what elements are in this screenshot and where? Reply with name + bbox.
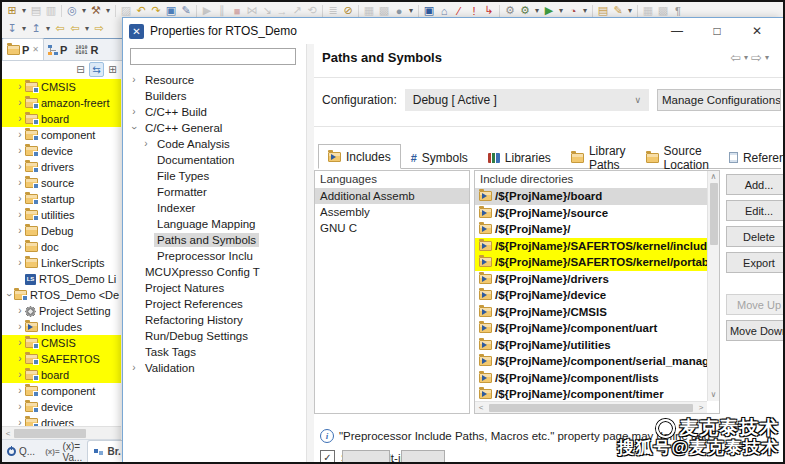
annotate-pencil-icon[interactable]: ✎ bbox=[611, 3, 625, 18]
debug-config-gear-icon[interactable]: ⚙ bbox=[503, 3, 517, 18]
include-directory-row[interactable]: /${ProjName}/SAFERTOS/kernel/include bbox=[475, 238, 707, 255]
tree-item[interactable]: ›CMSIS bbox=[2, 79, 121, 95]
dropdown-icon[interactable]: ▾ bbox=[20, 3, 28, 18]
tab-registers[interactable]: 10100101R bbox=[71, 39, 102, 60]
terminate-icon[interactable]: ■ bbox=[230, 3, 244, 18]
tree-item[interactable]: ›C/C++ General bbox=[125, 120, 306, 136]
new-file-icon[interactable]: ▨ bbox=[119, 3, 133, 18]
explorer-hscrollbar[interactable]: < bbox=[2, 426, 121, 440]
build-hammer-icon[interactable]: ⚒ bbox=[89, 3, 103, 18]
tree-item[interactable]: ›component bbox=[2, 127, 121, 143]
profile-icon[interactable]: ◔ bbox=[566, 3, 580, 18]
undo-icon[interactable]: ↶ bbox=[134, 3, 148, 18]
expander-icon[interactable]: › bbox=[129, 123, 139, 133]
dropdown-icon[interactable]: ▾ bbox=[557, 3, 565, 18]
expander-icon[interactable]: › bbox=[15, 162, 25, 172]
tree-item[interactable]: Builders bbox=[125, 88, 306, 104]
include-directory-row[interactable]: /${ProjName}/drivers bbox=[475, 271, 707, 288]
pencil-icon[interactable]: ✎ bbox=[179, 3, 193, 18]
disconnect-icon[interactable]: ⋈ bbox=[245, 3, 259, 18]
tree-item[interactable]: ›doc bbox=[2, 239, 121, 255]
tree-item[interactable]: Task Tags bbox=[125, 344, 306, 360]
dialog-titlebar[interactable]: ✕ Properties for RTOS_Demo — □ ✕ bbox=[123, 18, 783, 44]
expander-icon[interactable]: › bbox=[15, 306, 25, 316]
tree-item[interactable]: ›component bbox=[2, 383, 121, 399]
tree-item[interactable]: ›utilities bbox=[2, 207, 121, 223]
include-directory-row[interactable]: /${ProjName}/component/timer bbox=[475, 386, 707, 401]
expander-icon[interactable]: › bbox=[15, 354, 25, 364]
tree-item[interactable]: Language Mapping bbox=[125, 216, 306, 232]
include-directory-row[interactable]: /${ProjName}/component/lists bbox=[475, 370, 707, 387]
add--button[interactable]: Add... bbox=[726, 174, 785, 195]
grid-view2-icon[interactable]: ▩ bbox=[656, 3, 670, 18]
tree-item[interactable]: Refactoring History bbox=[125, 312, 306, 328]
include-directory-row[interactable]: /${ProjName}/board bbox=[475, 188, 707, 205]
back-icon[interactable]: ⇦ bbox=[68, 21, 82, 36]
back-dropdown-icon[interactable]: ▾ bbox=[744, 53, 748, 62]
language-item[interactable]: GNU C bbox=[315, 220, 469, 236]
expander-icon[interactable]: › bbox=[15, 146, 25, 156]
expander-icon[interactable]: › bbox=[15, 130, 25, 140]
terminal-icon[interactable]: ▣ bbox=[164, 3, 178, 18]
tree-item[interactable]: Paths and Symbols bbox=[125, 232, 306, 248]
clone-editor-icon[interactable]: ▩ bbox=[377, 3, 391, 18]
expander-icon[interactable]: › bbox=[15, 322, 25, 332]
tree-item[interactable]: ›drivers bbox=[2, 415, 121, 426]
tree-item[interactable]: ›LinkerScripts bbox=[2, 255, 121, 271]
include-hscrollbar[interactable]: < > bbox=[475, 401, 707, 413]
erase-flash-icon[interactable]: ! bbox=[467, 3, 481, 18]
back-history-icon[interactable]: ⇦ bbox=[53, 21, 67, 36]
forward-icon[interactable]: ⇨ bbox=[751, 50, 762, 65]
edit--button[interactable]: Edit... bbox=[726, 200, 785, 221]
scroll-left-icon[interactable]: < bbox=[2, 429, 14, 438]
scroll-thumb[interactable] bbox=[489, 404, 693, 412]
scroll-left-icon[interactable]: < bbox=[475, 403, 487, 412]
expand-all-icon[interactable]: ⊞ bbox=[106, 63, 119, 76]
scroll-thumb[interactable] bbox=[14, 429, 86, 438]
include-directory-row[interactable]: /${ProjName}/source bbox=[475, 205, 707, 222]
tree-item[interactable]: File Types bbox=[125, 168, 306, 184]
expander-icon[interactable]: › bbox=[15, 418, 25, 426]
tree-item[interactable]: ›source bbox=[2, 175, 121, 191]
tab-peripherals[interactable]: P bbox=[44, 39, 71, 60]
partial-button[interactable] bbox=[401, 450, 445, 462]
language-item[interactable]: Additional Assemb bbox=[315, 188, 469, 204]
tree-item[interactable]: ›C/C++ Build bbox=[125, 104, 306, 120]
new-wizard-icon[interactable]: ⊞ bbox=[5, 3, 19, 18]
expander-icon[interactable]: › bbox=[141, 139, 151, 149]
expander-icon[interactable]: › bbox=[15, 178, 25, 188]
dropdown-icon[interactable]: ▾ bbox=[626, 3, 634, 18]
expander-icon[interactable]: › bbox=[15, 386, 25, 396]
expander-icon[interactable]: › bbox=[15, 242, 25, 252]
grid-view-icon[interactable]: ▦ bbox=[641, 3, 655, 18]
save-all-icon[interactable]: ▥ bbox=[44, 3, 58, 18]
tree-item[interactable]: ›Project Setting bbox=[2, 303, 121, 319]
dropdown-icon[interactable]: ▾ bbox=[407, 3, 415, 18]
home-icon[interactable]: ⌂ bbox=[437, 3, 451, 18]
tree-item[interactable]: ›drivers bbox=[2, 159, 121, 175]
instruction-stepping-icon[interactable]: ≣ bbox=[326, 3, 340, 18]
mcuxpresso-icon[interactable]: ▣ bbox=[422, 3, 436, 18]
redo-icon[interactable]: ↷ bbox=[149, 3, 163, 18]
minimize-button[interactable]: — bbox=[657, 19, 697, 43]
manage-configurations-button[interactable]: Manage Configurations... bbox=[657, 89, 781, 111]
world-icon[interactable]: ● bbox=[392, 3, 406, 18]
scroll-up-icon[interactable]: ∧ bbox=[708, 171, 720, 183]
tree-item[interactable]: ›Debug bbox=[2, 223, 121, 239]
tree-item[interactable]: ›Resource bbox=[125, 72, 306, 88]
tree-item[interactable]: Run/Debug Settings bbox=[125, 328, 306, 344]
tree-item[interactable]: ›device bbox=[2, 143, 121, 159]
expander-icon[interactable]: › bbox=[15, 226, 25, 236]
back-icon[interactable]: ⇦ bbox=[730, 50, 741, 65]
expander-icon[interactable]: › bbox=[15, 98, 25, 108]
skip-breakpoints-icon[interactable]: ⊘ bbox=[341, 3, 355, 18]
include-directory-row[interactable]: /${ProjName}/device bbox=[475, 287, 707, 304]
flash-programmer-icon[interactable]: ⁄ bbox=[452, 3, 466, 18]
step-into-icon[interactable]: ↘ bbox=[260, 3, 274, 18]
tree-item[interactable]: Indexer bbox=[125, 200, 306, 216]
step-over-icon[interactable]: → bbox=[275, 3, 289, 18]
dropdown-icon[interactable]: ▾ bbox=[581, 3, 589, 18]
forward-dropdown-icon[interactable]: ▾ bbox=[765, 53, 769, 62]
flash-link-icon[interactable]: ↳ bbox=[482, 3, 496, 18]
tab-includes[interactable]: Includes bbox=[318, 144, 401, 169]
